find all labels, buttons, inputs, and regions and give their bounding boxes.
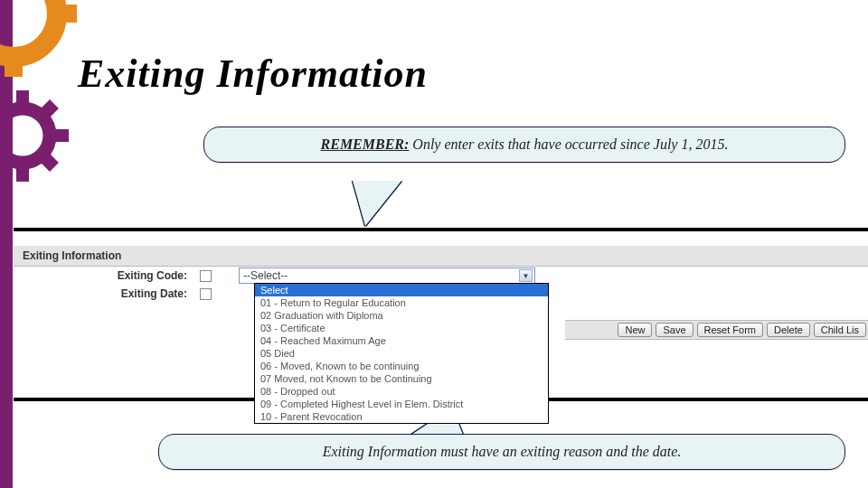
- callout-tail: [353, 181, 401, 226]
- dropdown-option[interactable]: 06 - Moved, Known to be continuing: [255, 360, 548, 372]
- label-exiting-code: Exiting Code:: [14, 269, 194, 282]
- svg-point-0: [0, 0, 57, 57]
- checkbox-exiting-date[interactable]: [200, 288, 212, 300]
- chevron-down-icon: ▼: [519, 269, 533, 282]
- row-exiting-code: Exiting Code: --Select-- ▼: [14, 267, 868, 285]
- svg-point-8: [0, 108, 50, 163]
- dropdown-option[interactable]: 10 - Parent Revocation: [255, 410, 548, 423]
- new-button[interactable]: New: [618, 323, 652, 337]
- callout-remember-label: REMEMBER:: [321, 136, 410, 152]
- dropdown-option[interactable]: 05 Died: [255, 347, 548, 360]
- dropdown-option[interactable]: 09 - Completed Highest Level in Elem. Di…: [255, 398, 548, 410]
- label-exiting-date: Exiting Date:: [14, 287, 194, 300]
- select-value: --Select--: [243, 269, 288, 282]
- dropdown-option[interactable]: 07 Moved, not Known to be Continuing: [255, 372, 548, 385]
- dropdown-option[interactable]: 02 Graduation with Diploma: [255, 309, 548, 322]
- callout-note: Exiting Information must have an exiting…: [158, 434, 845, 470]
- callout-remember: REMEMBER: Only enter exits that have occ…: [203, 127, 845, 163]
- dropdown-exiting-code[interactable]: Select 01 - Return to Regular Education …: [254, 283, 549, 424]
- toolbar: New Save Reset Form Delete Child Lis: [565, 320, 868, 340]
- save-button[interactable]: Save: [656, 323, 693, 337]
- delete-button[interactable]: Delete: [767, 323, 810, 337]
- dropdown-option[interactable]: 04 - Reached Maximum Age: [255, 334, 548, 347]
- dropdown-option[interactable]: Select: [255, 284, 548, 296]
- dropdown-option[interactable]: 08 - Dropped out: [255, 385, 548, 398]
- checkbox-exiting-code[interactable]: [200, 270, 212, 282]
- gear-icon: [0, 86, 81, 194]
- reset-button[interactable]: Reset Form: [697, 323, 763, 337]
- svg-rect-12: [54, 129, 69, 142]
- select-exiting-code[interactable]: --Select-- ▼: [239, 267, 535, 284]
- svg-rect-2: [5, 57, 23, 77]
- svg-rect-4: [57, 5, 77, 23]
- panel-heading: Exiting Information: [14, 246, 868, 267]
- svg-rect-9: [16, 90, 29, 105]
- dropdown-option[interactable]: 01 - Return to Regular Education: [255, 296, 548, 309]
- dropdown-option[interactable]: 03 - Certificate: [255, 322, 548, 334]
- svg-rect-10: [16, 167, 29, 182]
- callout-remember-text: Only enter exits that have occurred sinc…: [412, 136, 728, 152]
- child-list-button[interactable]: Child Lis: [814, 323, 866, 337]
- callout-note-text: Exiting Information must have an exiting…: [323, 444, 682, 459]
- form-panel: Exiting Information Exiting Code: --Sele…: [14, 228, 868, 401]
- slide: Exiting Information REMEMBER: Only enter…: [0, 0, 868, 488]
- page-title: Exiting Information: [78, 51, 428, 97]
